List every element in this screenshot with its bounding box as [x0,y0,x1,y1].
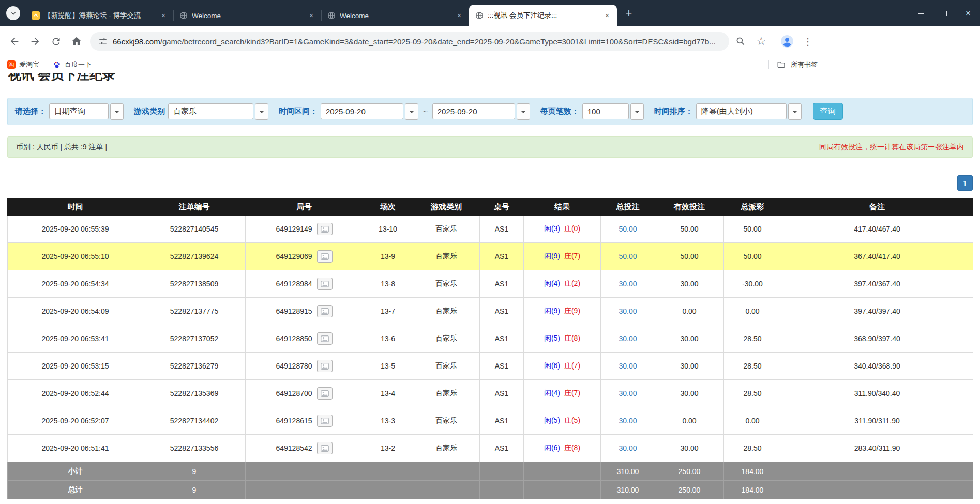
game-type-combo [168,103,268,120]
cell-bet-id: 522827137775 [143,298,246,325]
round-media-button[interactable] [317,278,333,290]
all-bookmarks-button[interactable]: 所有书签 [768,60,818,69]
date-end-input[interactable] [432,103,515,119]
profile-button[interactable] [777,31,797,52]
tab-search-button[interactable] [6,6,20,20]
cell-time: 2025-09-20 06:52:07 [8,407,143,435]
home-button[interactable] [66,31,87,52]
combo-arrow-icon[interactable] [255,103,268,120]
address-bar[interactable]: 66cxkj98.com/game/betrecord_search/kind3… [90,32,729,51]
menu-icon: ⋮ [803,36,812,47]
tab-close-icon[interactable]: × [455,11,464,20]
combo-arrow-icon[interactable] [630,103,644,120]
page-size-input[interactable] [582,103,629,119]
round-media-button[interactable] [317,360,333,372]
tab-welcome-1[interactable]: Welcome × [173,5,321,26]
refresh-button[interactable] [46,31,66,52]
total-bet-link[interactable]: 50.00 [619,252,637,261]
combo-arrow-icon[interactable] [405,103,418,120]
total-bet-link[interactable]: 30.00 [619,389,637,398]
close-button[interactable]: × [956,0,980,26]
minimize-button[interactable] [909,0,932,26]
round-media-button[interactable] [317,332,333,345]
cell-round: 649128850 [246,325,363,353]
tab-close-icon[interactable]: × [602,11,612,20]
browser-menu-button[interactable]: ⋮ [797,31,818,52]
round-media-button[interactable] [317,387,333,400]
cell-round: 649128780 [246,353,363,380]
baidu-icon [53,60,61,69]
cell-time: 2025-09-20 06:51:41 [8,435,143,462]
tab-close-icon[interactable]: × [307,11,316,20]
cell-result: 闲(6) 庄(7) [524,353,601,380]
result-player: 闲(6) [544,444,560,452]
total-bet-link[interactable]: 30.00 [619,444,637,452]
filter-bar: 请选择： 游戏类别 时间区间： ~ 每页笔数： [7,98,973,125]
bookmark-star-button[interactable]: ☆ [751,31,772,52]
total-bet-link[interactable]: 30.00 [619,307,637,315]
round-media-button[interactable] [317,305,333,317]
cell-session: 13-3 [363,407,413,435]
total-bet-link[interactable]: 50.00 [619,225,637,233]
total-bet-link[interactable]: 30.00 [619,417,637,425]
bookmark-taobao[interactable]: 淘 爱淘宝 [7,60,39,69]
result-banker: 庄(8) [564,334,580,342]
query-type-input[interactable] [49,103,109,119]
round-number: 649128915 [276,307,312,315]
image-icon [321,390,329,397]
total-bet-link[interactable]: 30.00 [619,362,637,370]
cell-session: 13-8 [363,270,413,298]
cell-valid-bet: 30.00 [655,270,724,298]
cell-table: AS1 [480,243,524,270]
bookmark-baidu[interactable]: 百度一下 [53,60,92,69]
cell-table: AS1 [480,435,524,462]
combo-arrow-icon[interactable] [110,103,124,120]
back-button[interactable] [4,31,25,52]
page-number-button[interactable]: 1 [957,175,973,191]
folder-icon [777,60,786,69]
cell-valid-bet: 30.00 [655,435,724,462]
cell-payout: 0.00 [724,298,781,325]
date-range-label: 时间区间： [279,106,318,116]
round-media-button[interactable] [317,250,333,263]
cell-total-bet: 30.00 [601,270,655,298]
forward-button[interactable] [25,31,46,52]
table-row: 2025-09-20 06:51:41 522827133556 6491285… [8,435,973,462]
header-note: 备注 [781,199,973,216]
combo-arrow-icon[interactable] [517,103,530,120]
bookmark-label: 爱淘宝 [19,60,39,69]
search-button[interactable] [730,31,751,52]
new-tab-button[interactable]: + [621,6,637,21]
page-size-combo [582,103,644,120]
cell-game-type: 百家乐 [413,216,480,243]
cell-game-type: 百家乐 [413,380,480,407]
total-bet-link[interactable]: 30.00 [619,280,637,288]
round-media-button[interactable] [317,223,333,235]
sort-input[interactable] [696,103,787,119]
date-start-input[interactable] [321,103,403,119]
cell-round: 649129149 [246,216,363,243]
round-media-button[interactable] [317,442,333,454]
cell-round: 649128615 [246,407,363,435]
cell-note: 311.90/311.90 [781,407,973,435]
round-media-button[interactable] [317,415,333,427]
combo-arrow-icon[interactable] [788,103,802,120]
search-button[interactable]: 查询 [813,103,843,120]
cell-note: 397.40/367.40 [781,270,973,298]
cell-payout: -30.00 [724,270,781,298]
tab-forum[interactable]: 【新提醒】海燕论坛 - 博学交流 × [25,5,173,26]
header-total-bet: 总投注 [601,199,655,216]
tab-bet-records-active[interactable]: :::视讯 会员下注纪录::: × [469,5,617,26]
tab-close-icon[interactable]: × [159,11,168,20]
profile-icon [780,35,794,48]
tab-welcome-2[interactable]: Welcome × [321,5,469,26]
total-bet-link[interactable]: 30.00 [619,334,637,343]
subtotal-count: 9 [143,462,246,481]
cell-bet-id: 522827135369 [143,380,246,407]
table-row: 2025-09-20 06:52:07 522827134402 6491286… [8,407,973,435]
game-type-input[interactable] [168,103,253,119]
tab-strip: 【新提醒】海燕论坛 - 博学交流 × Welcome × Welcome × :… [0,0,980,26]
cell-result: 闲(5) 庄(5) [524,407,601,435]
maximize-button[interactable] [932,0,956,26]
total-payout: 184.00 [724,481,781,499]
